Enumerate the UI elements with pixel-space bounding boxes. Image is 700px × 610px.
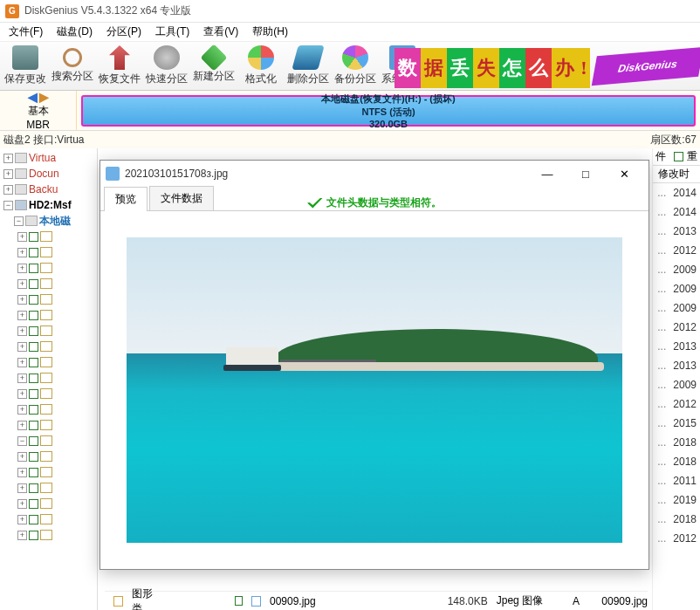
menu-file[interactable]: 文件(F) [2,23,50,41]
row-checkbox[interactable] [235,596,243,606]
tree-checkbox[interactable] [29,468,38,477]
tree-folder-item[interactable]: + [17,354,97,370]
tree-folder-item[interactable]: + [17,370,97,386]
tree-docu[interactable]: Docun [29,168,59,180]
expand-icon[interactable]: + [3,169,13,179]
tree-checkbox[interactable] [29,374,38,383]
tree-folder-item[interactable]: + [17,480,97,496]
expand-icon[interactable]: + [17,531,27,540]
tree-checkbox[interactable] [29,483,38,493]
expand-icon[interactable]: + [17,452,27,462]
col-modtime-hdr[interactable]: 修改时 [658,167,690,182]
tree-hd2[interactable]: HD2:Msf [29,199,72,211]
menu-help[interactable]: 帮助(H) [245,23,295,41]
expand-icon[interactable]: + [17,326,27,336]
menu-partition[interactable]: 分区(P) [100,23,148,41]
expand-icon[interactable]: + [17,311,27,320]
expand-icon[interactable]: + [17,421,27,430]
tree-checkbox[interactable] [29,248,38,257]
disk-nav-arrows[interactable]: ◀▶ [28,90,49,104]
expand-icon[interactable]: + [17,468,27,477]
tree-backu[interactable]: Backu [29,183,58,195]
menu-view[interactable]: 查看(V) [196,23,245,41]
preview-titlebar[interactable]: 20210310151708з.jpg — □ ✕ [100,161,649,187]
tab-preview[interactable]: 预览 [104,187,148,211]
tree-folder-item[interactable]: + [17,291,97,307]
tree-folder-item[interactable]: + [17,323,97,339]
tree-checkbox[interactable] [29,264,38,273]
tree-checkbox[interactable] [29,326,38,336]
tree-checkbox[interactable] [29,421,38,430]
expand-icon[interactable]: + [17,483,27,493]
tree-checkbox[interactable] [29,358,38,367]
tree-folder-item[interactable]: + [17,401,97,417]
tree-checkbox[interactable] [29,389,38,399]
tree-folder-item[interactable]: + [17,417,97,433]
tree-checkbox[interactable] [29,405,38,415]
expand-icon[interactable]: + [17,389,27,399]
expand-icon[interactable]: − [17,436,27,446]
menu-disk[interactable]: 磁盘(D) [50,23,100,41]
expand-icon[interactable]: + [17,515,27,524]
tree-folder-item[interactable]: + [17,307,97,323]
tree-folder-item[interactable]: + [17,449,97,464]
delete-partition-button[interactable]: 删除分区 [285,44,332,89]
expand-icon[interactable]: + [3,185,13,195]
year-cell: 2018 [653,510,700,529]
collapse-icon[interactable]: − [3,201,13,210]
expand-icon[interactable]: + [17,248,27,257]
search-partition-button[interactable]: 搜索分区 [49,44,96,89]
tree-checkbox[interactable] [29,531,38,540]
expand-icon[interactable]: + [17,295,27,305]
expand-icon[interactable]: + [17,374,27,383]
col-dup-hdr[interactable]: 重 [687,149,697,164]
tree-folder-item[interactable]: + [17,496,97,511]
close-button[interactable]: ✕ [605,161,643,186]
tree-checkbox[interactable] [29,499,38,509]
header-checkbox[interactable] [674,152,683,161]
quick-partition-button[interactable]: 快速分区 [143,44,190,89]
tree-folder-item[interactable]: − [17,433,97,449]
save-changes-button[interactable]: 保存更改 [2,44,49,89]
expand-icon[interactable]: + [17,279,27,289]
tree-checkbox[interactable] [29,436,38,446]
tree-folder-item[interactable]: + [17,527,97,543]
expand-icon[interactable]: + [17,264,27,273]
backup-partition-button[interactable]: 备份分区 [332,44,379,89]
new-partition-button[interactable]: 新建分区 [190,44,237,89]
tab-file-data[interactable]: 文件数据 [149,186,214,210]
tree-folder-item[interactable]: + [17,386,97,401]
tree-folder-item[interactable]: + [17,339,97,354]
maximize-button[interactable]: □ [566,161,605,186]
tree-virtua[interactable]: Virtua [29,152,56,164]
tree-local-disk[interactable]: 本地磁 [39,214,71,229]
tree-folder-item[interactable]: + [17,276,97,291]
col-file-hdr[interactable]: 件 [655,149,666,164]
format-button[interactable]: 格式化 [237,44,285,89]
expand-icon[interactable]: + [17,358,27,367]
tree-checkbox[interactable] [29,232,38,242]
tree-checkbox[interactable] [29,311,38,320]
expand-icon[interactable]: + [17,232,27,242]
disk-tree[interactable]: +Virtua +Docun +Backu −HD2:Msf −本地磁 ++++… [0,148,98,610]
file-list-row[interactable]: 图形类 00909.jpg 148.0KB Jpeg 图像 A 00909.jp… [105,591,648,610]
partition-bar[interactable]: 本地磁盘(恢复文件)(H:) - (损坏) NTFS (活动) 320.0GB [81,95,696,127]
tree-folder-item[interactable]: + [17,464,97,480]
collapse-icon[interactable]: − [14,216,24,226]
tree-checkbox[interactable] [29,279,38,289]
expand-icon[interactable]: + [17,342,27,352]
recover-files-button[interactable]: 恢复文件 [96,44,143,89]
tree-folder-item[interactable]: + [17,229,97,244]
tree-checkbox[interactable] [29,342,38,352]
tree-folder-item[interactable]: + [17,511,97,527]
tree-folder-item[interactable]: + [17,244,97,260]
expand-icon[interactable]: + [3,154,13,163]
tree-checkbox[interactable] [29,295,38,305]
tree-checkbox[interactable] [29,452,38,462]
menu-tools[interactable]: 工具(T) [148,23,196,41]
expand-icon[interactable]: + [17,499,27,509]
minimize-button[interactable]: — [528,161,566,186]
tree-checkbox[interactable] [29,515,38,524]
expand-icon[interactable]: + [17,405,27,415]
tree-folder-item[interactable]: + [17,260,97,276]
